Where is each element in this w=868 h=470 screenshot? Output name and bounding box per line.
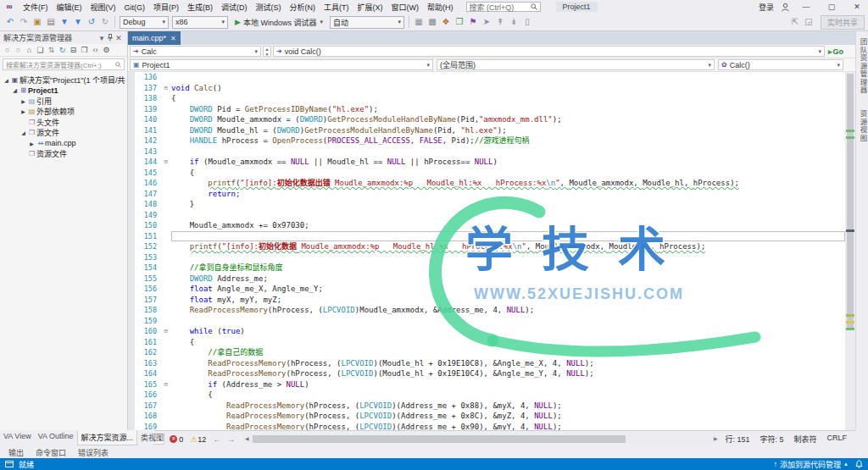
- format-document-icon[interactable]: ❖: [439, 15, 453, 29]
- code-line[interactable]: 152 printf("[info]:初始化数据 Moudle_amxmodx:…: [128, 241, 845, 252]
- fold-collapse-icon[interactable]: ⊟: [160, 157, 171, 168]
- breakpoint-margin[interactable]: [128, 358, 135, 369]
- menu-item[interactable]: 扩展(X): [353, 3, 387, 13]
- feedback-icon[interactable]: ◲: [802, 15, 815, 29]
- signin-label[interactable]: 登录: [759, 2, 774, 13]
- breakpoint-margin[interactable]: [128, 241, 135, 252]
- horizontal-scrollbar[interactable]: ◀ ▶: [242, 434, 720, 444]
- breakpoint-margin[interactable]: [128, 379, 135, 390]
- scope-dropdown[interactable]: (全局范围): [437, 59, 715, 70]
- menu-item[interactable]: 帮助(H): [423, 3, 458, 13]
- error-count[interactable]: 0: [179, 435, 183, 444]
- solution-search-box[interactable]: 搜索解决方案资源管理器(Ctrl+;): [3, 58, 125, 70]
- code-line[interactable]: 151: [128, 231, 845, 242]
- code-line[interactable]: 155 DWORD Address_me;: [128, 274, 845, 285]
- code-line[interactable]: 146 printf("[info]:初始化数据出错 Moudle_amxmod…: [128, 178, 845, 189]
- right-dock-tab[interactable]: 资源视图: [856, 103, 868, 149]
- panel-tab[interactable]: VA Outline: [35, 430, 77, 442]
- breakpoint-margin[interactable]: [128, 295, 135, 306]
- bookmark-icon[interactable]: ▯: [520, 15, 534, 29]
- breakpoint-margin[interactable]: [128, 390, 135, 401]
- scrollbar-thumb[interactable]: [253, 435, 625, 443]
- notifications-bell-icon[interactable]: [855, 460, 863, 468]
- breakpoint-margin[interactable]: [128, 274, 135, 285]
- code-line[interactable]: 139 DWORD Pid = GetProcessIDByName("hl.e…: [128, 104, 845, 115]
- tree-item-folder[interactable]: ◢❒源文件: [0, 128, 127, 139]
- breakpoint-margin[interactable]: [128, 178, 135, 189]
- breakpoint-margin[interactable]: [128, 305, 135, 316]
- va-go-button[interactable]: Go: [828, 47, 843, 56]
- menu-item[interactable]: 项目(P): [149, 3, 183, 13]
- code-line[interactable]: 153: [128, 252, 845, 263]
- code-line[interactable]: 144⊟ if (Moudle_amxmodx == NULL || Moudl…: [128, 157, 845, 168]
- tree-item-references[interactable]: ▶▤引用: [0, 96, 127, 107]
- code-line[interactable]: 161 {: [128, 337, 845, 348]
- home-icon[interactable]: ⌂: [24, 43, 35, 57]
- menu-item[interactable]: 视图(V): [86, 3, 120, 13]
- breakpoint-margin[interactable]: [128, 252, 135, 263]
- chevron-expanded-icon[interactable]: ◢: [11, 87, 19, 93]
- prev-bookmark-icon[interactable]: ↟: [493, 15, 507, 29]
- user-avatar-icon[interactable]: [781, 3, 790, 12]
- code-line[interactable]: 148 }: [128, 199, 845, 210]
- comment-icon[interactable]: ❐: [453, 15, 466, 29]
- menu-item[interactable]: 工具(T): [320, 3, 353, 13]
- code-line[interactable]: 158 ReadProcessMemory(hProcess, (LPCVOID…: [128, 305, 845, 316]
- close-icon[interactable]: ✕: [114, 34, 124, 42]
- menu-item[interactable]: 测试(S): [252, 3, 286, 13]
- menu-item[interactable]: 调试(D): [217, 3, 252, 13]
- code-line[interactable]: 165⊟ if (Address_me > NULL): [128, 379, 845, 390]
- code-line[interactable]: 147 return;: [128, 189, 845, 200]
- va-definition-dropdown[interactable]: ➜void Calc(): [273, 46, 825, 57]
- menu-item[interactable]: 编辑(E): [53, 3, 86, 13]
- attach-mode-dropdown[interactable]: 自动: [330, 16, 404, 29]
- dropdown-icon[interactable]: ▾: [97, 34, 107, 42]
- add-to-source-control-button[interactable]: ↑ 添加到源代码管理 ▲: [774, 459, 849, 470]
- collapse-all-icon[interactable]: ⊟: [68, 43, 79, 57]
- solution-config-dropdown[interactable]: Debug: [120, 16, 169, 29]
- switch-views-icon[interactable]: ❏: [35, 43, 46, 57]
- undo-icon[interactable]: ↺: [85, 15, 98, 29]
- breakpoint-margin[interactable]: [128, 231, 135, 242]
- code-line[interactable]: 162 //拿自己的数据: [128, 347, 845, 358]
- code-line[interactable]: 137⊟void Calc(): [128, 83, 845, 94]
- menu-item[interactable]: 分析(N): [286, 3, 320, 13]
- va-context-dropdown[interactable]: ➜Calc: [130, 46, 261, 57]
- breakpoint-margin[interactable]: [128, 411, 135, 422]
- tree-item-cpp-file[interactable]: ▶++main.cpp: [0, 138, 127, 149]
- breakpoint-margin[interactable]: [128, 199, 135, 210]
- back-icon[interactable]: ○: [2, 43, 13, 57]
- breakpoint-margin[interactable]: [128, 316, 135, 327]
- code-line[interactable]: 154 //拿到自身坐标和鼠标角度: [128, 263, 845, 274]
- tree-item-solution[interactable]: ◢▣解决方案"Project1"(1 个项目/共 1 个): [0, 75, 127, 86]
- breakpoint-margin[interactable]: [128, 72, 135, 83]
- save-icon[interactable]: ▼: [58, 15, 71, 29]
- menu-item[interactable]: 文件(F): [19, 3, 53, 13]
- menu-item[interactable]: Git(G): [120, 3, 150, 13]
- breakpoint-margin[interactable]: [128, 326, 135, 337]
- breakpoint-margin[interactable]: [128, 93, 135, 104]
- chevron-collapsed-icon[interactable]: ▶: [28, 141, 36, 147]
- menu-item[interactable]: 生成(B): [183, 3, 217, 13]
- vertical-scrollbar[interactable]: [845, 72, 855, 430]
- maximize-button[interactable]: ▢: [822, 1, 841, 13]
- navigate-forward-arrow-icon[interactable]: →: [226, 434, 235, 444]
- tree-item-folder[interactable]: ❒头文件: [0, 117, 127, 128]
- code-line[interactable]: 169 ReadProcessMemory(hProcess, (LPCVOID…: [128, 422, 845, 431]
- scrollbar-thumb[interactable]: [847, 74, 854, 328]
- fold-collapse-icon[interactable]: ⊟: [160, 326, 171, 337]
- breakpoint-margin[interactable]: [128, 104, 135, 115]
- code-area[interactable]: 136137⊟void Calc()138{139 DWORD Pid = Ge…: [128, 72, 845, 430]
- save-all-icon[interactable]: ▼: [71, 15, 85, 29]
- code-line[interactable]: 138{: [128, 93, 845, 104]
- breakpoint-margin[interactable]: [128, 284, 135, 295]
- code-line[interactable]: 160⊟ while (true): [128, 326, 845, 337]
- breakpoint-margin[interactable]: [128, 125, 135, 136]
- panel-tab[interactable]: 类视图: [137, 430, 167, 445]
- breakpoint-margin[interactable]: [128, 147, 135, 158]
- breakpoint-margin[interactable]: [128, 263, 135, 274]
- sync-icon[interactable]: ↻: [57, 43, 68, 57]
- code-line[interactable]: 157 float myX, myY, myZ;: [128, 295, 845, 306]
- breakpoint-margin[interactable]: [128, 368, 135, 379]
- add-item-icon[interactable]: ▤: [44, 15, 58, 29]
